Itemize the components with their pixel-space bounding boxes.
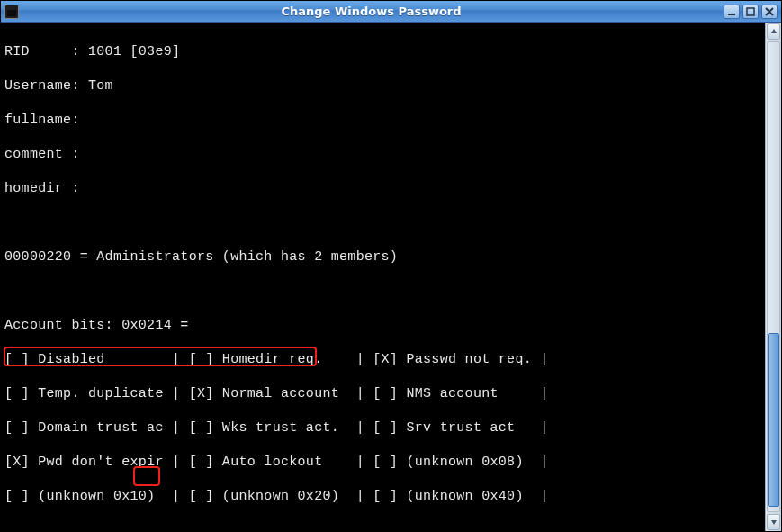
bits-line: [ ] Domain trust ac | [ ] Wks trust act.… [4,419,760,437]
homedir-line: homedir : [4,180,760,197]
blank-line [4,214,760,231]
bits-line: [X] Pwd don't expir | [ ] Auto lockout |… [4,454,760,471]
bits-line: [ ] (unknown 0x10) | [ ] (unknown 0x20) … [4,488,760,505]
chevron-down-icon [770,518,778,526]
close-icon [765,7,774,16]
minimize-icon [727,7,736,16]
username-line: Username: Tom [4,77,760,95]
account-bits-header: Account bits: 0x0214 = [4,317,760,334]
scroll-track[interactable] [767,41,780,512]
bits-line: [ ] Disabled | [ ] Homedir req. | [X] Pa… [4,351,760,368]
scroll-thumb[interactable] [768,333,779,507]
maximize-icon [746,7,755,16]
titlebar: Change Windows Password [1,1,781,23]
group-line: 00000220 = Administrators (which has 2 m… [4,248,760,266]
rid-line: RID : 1001 [03e9] [4,43,760,60]
svg-rect-1 [747,8,754,15]
blank-line [4,283,760,300]
terminal-icon [4,5,19,19]
scroll-up-button[interactable] [767,23,780,40]
terminal-wrap: RID : 1001 [03e9] Username: Tom fullname… [1,23,765,531]
window: Change Windows Password RID : 1001 [03e9… [0,0,782,532]
bits-line: [ ] Temp. duplicate | [X] Normal account… [4,385,760,402]
comment-line: comment : [4,146,760,163]
minimize-button[interactable] [724,5,740,19]
close-button[interactable] [761,5,778,19]
scroll-down-button[interactable] [767,514,780,530]
terminal-output[interactable]: RID : 1001 [03e9] Username: Tom fullname… [1,23,765,531]
maximize-button[interactable] [742,5,759,19]
window-controls [724,5,778,19]
svg-rect-0 [728,14,735,15]
fullname-line: fullname: [4,112,760,129]
blank-line [4,522,760,531]
chevron-up-icon [770,28,778,35]
vertical-scrollbar[interactable] [765,23,781,531]
client-area: RID : 1001 [03e9] Username: Tom fullname… [1,23,781,531]
window-title: Change Windows Password [24,5,718,18]
